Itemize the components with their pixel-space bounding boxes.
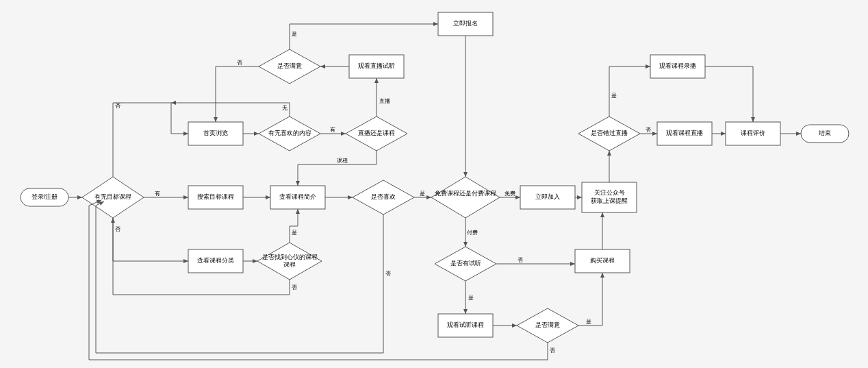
label-view-intro: 查看课程简介: [279, 193, 316, 200]
label-has-like: 有无喜欢的内容: [268, 130, 311, 136]
edge-label-yes4: 是: [468, 295, 474, 301]
edge-label-yes6: 是: [611, 93, 617, 99]
node-free-or-paid: [431, 177, 500, 218]
edge-replay-review: [705, 66, 753, 122]
label-live-or-course: 直播还是课程: [358, 130, 395, 136]
edge-label-yes3: 是: [420, 191, 425, 197]
edge-label-no1: 否: [115, 103, 120, 109]
label-has-trial: 是否有试听: [450, 260, 481, 267]
svg-text:获取上课提醒: 获取上课提醒: [591, 197, 628, 204]
edge-like-no: [96, 201, 383, 353]
edge-label-no3: 否: [237, 60, 242, 66]
edge-sat1-yes: [290, 24, 438, 49]
edge-label-course: 课程: [337, 158, 348, 164]
label-browse-home: 首页浏览: [203, 130, 228, 136]
edge-label-yes2: 是: [292, 230, 297, 236]
label-like-it: 是否喜欢: [371, 193, 396, 200]
label-follow: 关注公众号: [594, 189, 625, 196]
label-end: 结束: [819, 130, 831, 136]
edge-label-have: 有: [155, 191, 160, 197]
label-found-heart: 是否找到心仪的课程: [262, 254, 318, 260]
edge-sat1-no: [216, 66, 259, 122]
edge-label-yes1: 是: [292, 31, 297, 37]
label-enroll-now: 立即报名: [453, 20, 478, 27]
edge-label-no2: 否: [115, 226, 120, 232]
edge-hastarget-no-up: [113, 103, 171, 177]
edge-found-yes: [290, 209, 298, 243]
edge-label-no6: 否: [518, 257, 523, 263]
edge-hastarget-no-down: [113, 218, 188, 261]
svg-text:课程: 课程: [283, 261, 296, 268]
edge-sat2-yes: [578, 273, 602, 326]
edge-haslike-no: [171, 103, 290, 116]
label-view-cat: 查看课程分类: [197, 257, 234, 264]
edge-label-no7: 否: [550, 347, 555, 354]
label-has-target: 有无目标课程: [94, 193, 131, 200]
label-search-target: 搜索目标课程: [197, 193, 234, 200]
edge-loc-course: [298, 151, 376, 186]
edge-label-none: 无: [282, 105, 288, 111]
label-buy-course: 购买课程: [590, 257, 615, 264]
edge-label-have2: 有: [330, 127, 335, 133]
edge-label-no5: 否: [385, 271, 391, 277]
label-watch-live: 观看课程直播: [666, 130, 703, 136]
edge-label-free: 免费: [505, 191, 515, 197]
label-watch-trial-course: 观看试听课程: [447, 321, 484, 328]
edge-missed-yes: [609, 66, 650, 116]
edge-to-browsehome: [171, 103, 188, 134]
label-missed-live: 是否错过直播: [591, 130, 628, 136]
label-watch-trial: 观看直播试听: [358, 62, 395, 69]
label-start: 登录/注册: [31, 193, 58, 200]
label-free-or-paid: 免费课程还是付费课程: [435, 190, 496, 197]
edge-label-no4: 否: [292, 284, 297, 291]
edge-label-live: 直播: [379, 98, 390, 104]
label-watch-replay: 观看课程录播: [659, 62, 696, 69]
label-satisfied1: 是否满意: [277, 62, 302, 69]
edge-label-no8: 否: [646, 127, 651, 133]
edge-label-yes5: 是: [586, 319, 591, 325]
edge-label-paid: 付费: [467, 230, 478, 236]
label-review: 课程评价: [741, 130, 765, 136]
label-satisfied2: 是否满意: [535, 321, 560, 328]
label-join-now: 立即加入: [535, 193, 560, 200]
